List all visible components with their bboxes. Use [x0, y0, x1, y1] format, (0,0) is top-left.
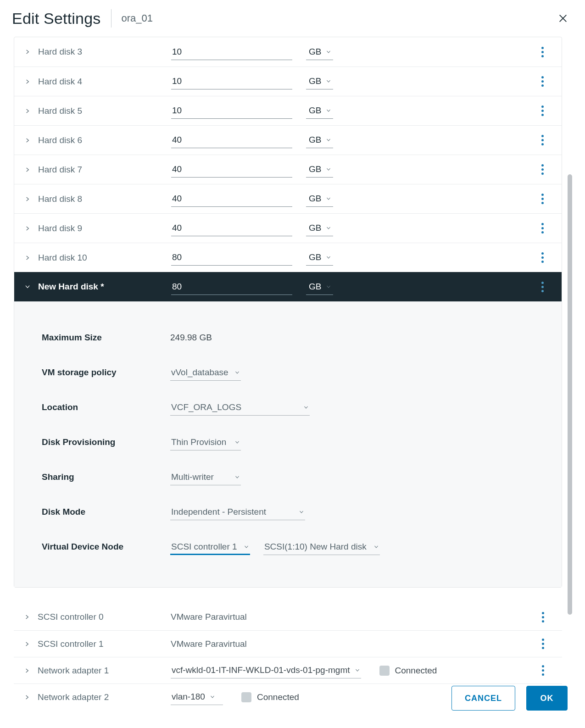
row-actions-button[interactable]: [537, 44, 548, 59]
row-actions-button[interactable]: [537, 192, 548, 206]
row-actions-button[interactable]: [537, 663, 548, 678]
disk-label: Hard disk 10: [38, 253, 171, 263]
net2-network-select[interactable]: vlan-180: [171, 689, 223, 705]
disk-size-input[interactable]: [171, 103, 292, 119]
net1-label: Network adapter 1: [38, 666, 171, 676]
row-hard-disk[interactable]: Hard disk 10GB: [14, 243, 562, 272]
sharing-value: Multi-writer: [171, 472, 214, 482]
location-select[interactable]: VCF_ORA_LOGS: [170, 400, 310, 416]
row-hard-disk[interactable]: Hard disk 9GB: [14, 213, 562, 243]
row-hard-disk[interactable]: Hard disk 3GB: [14, 37, 562, 67]
disk-unit-select[interactable]: GB: [306, 73, 333, 89]
disk-label: Hard disk 4: [38, 77, 171, 87]
disk-label: Hard disk 8: [38, 194, 171, 204]
disk-unit-value: GB: [309, 106, 321, 116]
row-hard-disk[interactable]: Hard disk 4GB: [14, 67, 562, 96]
disk-size-input[interactable]: [171, 220, 292, 236]
chevron-right-icon: [24, 667, 30, 674]
row-actions-button[interactable]: [537, 133, 548, 148]
vdn-controller-select[interactable]: SCSI controller 1: [170, 539, 250, 555]
disk-size-input[interactable]: [171, 161, 292, 178]
chevron-down-icon: [326, 49, 331, 55]
row-hard-disk[interactable]: Hard disk 5GB: [14, 96, 562, 125]
disk-unit-select[interactable]: GB: [306, 103, 333, 119]
chevron-right-icon: [24, 694, 30, 700]
row-actions-button[interactable]: [537, 74, 548, 89]
scsi0-value: VMware Paravirtual: [171, 612, 247, 622]
disk-size-input[interactable]: [171, 250, 292, 266]
chevron-down-icon: [326, 225, 331, 231]
row-hard-disk[interactable]: Hard disk 7GB: [14, 155, 562, 184]
new-disk-size-input[interactable]: [171, 279, 292, 295]
chevron-down-icon: [355, 667, 360, 673]
row-actions-button[interactable]: [537, 250, 548, 265]
row-network-adapter-1[interactable]: Network adapter 1 vcf-wkld-01-IT-INF-WKL…: [14, 657, 562, 684]
storage-policy-label: VM storage policy: [42, 367, 170, 378]
scsi1-value: VMware Paravirtual: [171, 639, 247, 649]
expand-toggle[interactable]: [24, 167, 38, 173]
chevron-down-icon: [234, 439, 240, 445]
expand-toggle[interactable]: [24, 641, 38, 647]
row-new-hard-disk[interactable]: New Hard disk * GB: [14, 272, 562, 301]
divider: [111, 9, 111, 28]
expand-toggle[interactable]: [24, 694, 38, 700]
scsi1-label: SCSI controller 1: [38, 639, 171, 649]
expand-toggle[interactable]: [24, 614, 38, 620]
disk-unit-select[interactable]: GB: [306, 220, 333, 236]
new-disk-unit-select[interactable]: GB: [306, 279, 333, 295]
row-actions-button[interactable]: [537, 104, 548, 118]
expand-toggle[interactable]: [24, 78, 38, 85]
row-actions-button[interactable]: [537, 162, 548, 177]
row-scsi-controller-1[interactable]: SCSI controller 1 VMware Paravirtual: [14, 630, 562, 657]
storage-policy-value: vVol_database: [171, 367, 228, 378]
storage-policy-select[interactable]: vVol_database: [170, 365, 241, 381]
sharing-select[interactable]: Multi-writer: [170, 469, 241, 485]
disk-size-input[interactable]: [171, 191, 292, 207]
disk-unit-value: GB: [309, 76, 321, 86]
disk-unit-select[interactable]: GB: [306, 191, 333, 207]
ok-button[interactable]: OK: [526, 686, 568, 711]
provisioning-select[interactable]: Thin Provision: [170, 434, 241, 450]
expand-toggle[interactable]: [24, 137, 38, 144]
chevron-right-icon: [24, 614, 30, 620]
disk-unit-value: GB: [309, 252, 321, 262]
expand-toggle[interactable]: [24, 255, 38, 261]
vdn-node-select[interactable]: SCSI(1:10) New Hard disk: [263, 539, 380, 555]
net1-network-select[interactable]: vcf-wkld-01-IT-INF-WKLD-01-vds-01-pg-mgm…: [171, 662, 361, 678]
expand-toggle[interactable]: [24, 283, 38, 290]
row-actions-button[interactable]: [537, 221, 548, 236]
expand-toggle[interactable]: [24, 49, 38, 55]
row-actions-button[interactable]: [537, 637, 548, 651]
expand-toggle[interactable]: [24, 108, 38, 114]
row-scsi-controller-0[interactable]: SCSI controller 0 VMware Paravirtual: [14, 604, 562, 630]
close-button[interactable]: [555, 10, 571, 27]
net2-connected-checkbox[interactable]: [241, 692, 251, 702]
net1-connected-checkbox[interactable]: [379, 666, 390, 676]
chevron-down-icon: [234, 370, 240, 375]
disk-size-input[interactable]: [171, 132, 292, 148]
scrollbar[interactable]: [568, 174, 572, 615]
expand-toggle[interactable]: [24, 196, 38, 202]
disk-unit-value: GB: [309, 194, 321, 204]
row-hard-disk[interactable]: Hard disk 8GB: [14, 184, 562, 213]
expand-toggle[interactable]: [24, 225, 38, 232]
disk-unit-select[interactable]: GB: [306, 44, 333, 60]
row-actions-button[interactable]: [537, 279, 548, 294]
row-hard-disk[interactable]: Hard disk 6GB: [14, 125, 562, 155]
expand-toggle[interactable]: [24, 667, 38, 674]
chevron-down-icon: [234, 474, 240, 480]
disk-unit-select[interactable]: GB: [306, 250, 333, 266]
chevron-down-icon: [326, 196, 331, 201]
chevron-down-icon: [326, 108, 331, 113]
row-actions-button[interactable]: [537, 610, 548, 624]
disk-unit-select[interactable]: GB: [306, 132, 333, 148]
chevron-right-icon: [24, 137, 31, 144]
scsi0-label: SCSI controller 0: [38, 612, 171, 622]
disk-size-input[interactable]: [171, 73, 292, 89]
net1-connected-label: Connected: [395, 666, 437, 676]
disk-unit-select[interactable]: GB: [306, 161, 333, 178]
dialog-footer: CANCEL OK: [451, 686, 568, 711]
disk-size-input[interactable]: [171, 44, 292, 60]
cancel-button[interactable]: CANCEL: [451, 686, 515, 711]
disk-mode-select[interactable]: Independent - Persistent: [170, 504, 305, 520]
